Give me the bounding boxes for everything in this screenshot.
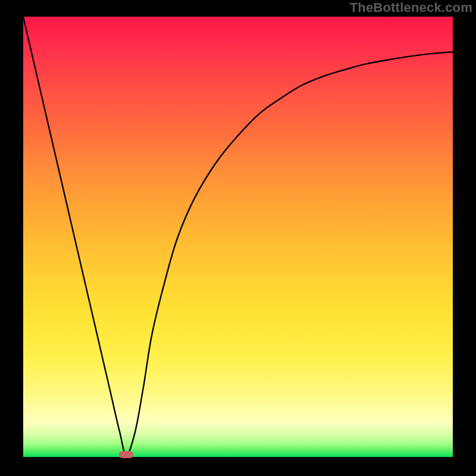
optimum-marker-icon <box>119 451 133 458</box>
plot-area <box>23 17 453 457</box>
chart-frame: TheBottleneck.com <box>0 0 476 476</box>
watermark-text: TheBottleneck.com <box>350 0 472 15</box>
bottleneck-curve <box>23 17 453 457</box>
